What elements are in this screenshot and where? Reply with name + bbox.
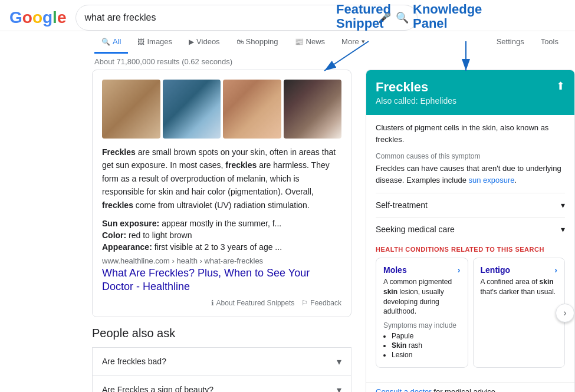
snippet-feedback[interactable]: ⚐ Feedback [301,299,341,307]
feedback-icon: ⚐ [301,299,308,307]
moles-symptom-2: Skin rash [392,341,461,350]
snippet-detail-appearance: Appearance: first visible at 2 to 3 year… [102,242,341,252]
snippet-bold-3: freckles [102,200,133,210]
about-featured-snippets[interactable]: ℹ About Featured Snippets [211,299,295,307]
kp-card-lentigo-link[interactable]: Lentigo [481,265,511,275]
skin-bold: Skin [392,341,406,350]
tab-more-label: More [341,37,359,46]
main-layout: Freckles are small brown spots on your s… [0,70,575,392]
kp-card-moles-link[interactable]: Moles [383,265,407,275]
tab-tools-label: Tools [541,37,558,46]
nav-tabs: 🔍 All 🖼 Images ▶ Videos 🛍 Shopping 📰 New… [0,31,575,54]
header: Google 🎤 🔍 [0,0,575,31]
kp-description: Clusters of pigment cells in the skin, a… [376,122,565,145]
kp-card-lentigo[interactable]: Lentigo › A confined area of skin that's… [473,258,566,368]
kp-related-cards: Moles › A common pigmented skin lesion, … [376,258,565,368]
related-cards-scroll-button[interactable]: › [556,304,574,322]
knowledge-panel: Freckles Also called: Ephelides ⬆ Cluste… [366,70,575,392]
tab-videos-label: Videos [196,37,220,46]
snippet-bold-1: Freckles [102,147,136,157]
results-count: About 71,800,000 results (0.62 seconds) [94,57,232,66]
logo-o1: o [22,8,32,27]
snippet-footer: ℹ About Featured Snippets ⚐ Feedback [102,299,341,307]
paa-item-1[interactable]: Are freckles bad? ▾ [92,347,351,375]
knowledge-panel-box: Freckles Also called: Ephelides ⬆ Cluste… [366,70,575,392]
kp-consult-suffix: for medical advice [432,387,495,392]
kp-card-moles-symptoms-label: Symptoms may include [383,321,461,330]
kp-accordion-medical-label: Seeking medical care [376,225,455,234]
kp-card-moles-desc: A common pigmented skin lesion, usually … [383,277,461,317]
news-tab-icon: 📰 [295,38,304,46]
paa-question-2: Are Freckles a sign of beauty? [102,385,213,392]
snippet-image-2 [163,80,221,139]
sun-exposure-link[interactable]: sun exposure [469,176,515,185]
logo-o2: o [32,8,42,27]
kp-card-moles-list: Papule Skin rash Lesion [383,332,461,359]
paa-chevron-2: ▾ [337,384,341,392]
snippet-detail-color: Color: red to light brown [102,230,341,240]
source-link[interactable]: What Are Freckles? Plus, When to See You… [102,267,310,292]
people-also-ask-section: People also ask Are freckles bad? ▾ Are … [92,327,351,392]
kp-accordion-medical-chevron: ▾ [561,225,565,234]
source-url: www.healthline.com › health › what-are-f… [102,256,341,265]
tab-more[interactable]: More ▾ [334,31,372,54]
kp-card-moles-title: Moles › [383,265,461,275]
paa-item-2[interactable]: Are Freckles a sign of beauty? ▾ [92,375,351,392]
kp-card-lentigo-desc: A confined area of skin that's darker th… [481,277,558,297]
moles-symptom-3: Lesion [392,351,461,359]
logo-l: l [52,8,57,27]
search-bar[interactable]: 🎤 🔍 [75,5,418,31]
tab-videos[interactable]: ▶ Videos [182,31,227,54]
kp-accordion-medical-care[interactable]: Seeking medical care ▾ [376,217,565,241]
kp-card-lentigo-title: Lentigo › [481,265,558,275]
paa-question-1: Are freckles bad? [102,357,166,366]
kp-share-button[interactable]: ⬆ [556,80,565,93]
lentigo-skin-bold: skin [540,278,554,286]
snippet-bold-2: freckles [225,160,257,170]
mic-icon[interactable]: 🎤 [378,11,391,24]
tab-tools[interactable]: Tools [534,31,566,54]
kp-related-title: HEALTH CONDITIONS RELATED TO THIS SEARCH [376,246,565,253]
search-icon[interactable]: 🔍 [396,11,409,24]
moles-symptom-1: Papule [392,332,461,340]
kp-accordion-self-chevron: ▾ [561,200,565,210]
videos-tab-icon: ▶ [189,38,194,46]
snippet-image-4 [284,80,342,139]
tab-settings[interactable]: Settings [489,31,531,54]
consult-doctor-link[interactable]: Consult a doctor [376,387,432,392]
tab-all[interactable]: 🔍 All [94,31,128,54]
snippet-image-3 [223,80,281,139]
chevron-down-icon: ▾ [362,38,365,45]
snippet-detail-sun: Sun exposure: appear mostly in the summe… [102,219,341,228]
kp-consult-text: Consult a doctor for medical advice [376,387,565,392]
paa-chevron-1: ▾ [337,356,341,367]
kp-accordion-self-treatment[interactable]: Self-treatment ▾ [376,193,565,217]
tab-images-label: Images [147,37,172,46]
tab-news-label: News [306,37,326,46]
kp-causes-title: Common causes of this symptom [376,152,565,160]
tab-images[interactable]: 🖼 Images [130,31,179,54]
kp-accordion-self-label: Self-treatment [376,200,428,210]
logo-e: e [57,8,67,27]
logo-g2: g [42,8,52,27]
snippet-image-1 [102,80,160,139]
kp-causes-text: Freckles can have causes that aren't due… [376,163,565,186]
kp-card-moles[interactable]: Moles › A common pigmented skin lesion, … [376,258,468,368]
results-info: About 71,800,000 results (0.62 seconds) [0,54,575,70]
tab-news[interactable]: 📰 News [288,31,333,54]
tab-shopping[interactable]: 🛍 Shopping [229,31,285,54]
info-icon: ℹ [211,299,214,307]
left-column: Freckles are small brown spots on your s… [9,70,351,392]
paa-title: People also ask [92,327,351,340]
kp-body: Clusters of pigment cells in the skin, a… [366,115,574,382]
shopping-tab-icon: 🛍 [236,38,244,46]
kp-moles-bold-skin: skin [383,288,397,296]
logo-g: G [9,8,22,27]
google-logo: Google [9,8,66,27]
kp-title: Freckles [376,80,456,95]
search-input[interactable] [84,12,373,23]
kp-subtitle: Also called: Ephelides [376,96,456,106]
tab-settings-label: Settings [497,37,524,46]
snippet-images [102,80,341,139]
featured-snippet-box: Freckles are small brown spots on your s… [92,70,351,317]
